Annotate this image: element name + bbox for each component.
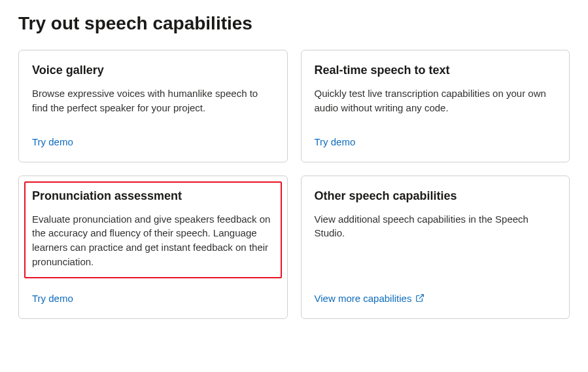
card-desc: Evaluate pronunciation and give speakers… bbox=[32, 212, 274, 269]
card-other-capabilities: Other speech capabilities View additiona… bbox=[301, 176, 570, 319]
page-title: Try out speech capabilities bbox=[18, 13, 570, 34]
card-realtime-stt: Real-time speech to text Quickly test li… bbox=[301, 50, 570, 162]
card-title: Other speech capabilities bbox=[315, 189, 557, 203]
link-label: View more capabilities bbox=[315, 293, 412, 304]
try-demo-link[interactable]: Try demo bbox=[32, 293, 274, 304]
highlight-box: Pronunciation assessment Evaluate pronun… bbox=[24, 181, 282, 278]
card-desc: Browse expressive voices with humanlike … bbox=[32, 86, 274, 115]
card-title: Real-time speech to text bbox=[315, 64, 557, 77]
view-more-link[interactable]: View more capabilities bbox=[315, 293, 557, 304]
try-demo-link[interactable]: Try demo bbox=[32, 136, 274, 147]
card-desc: Quickly test live transcription capabili… bbox=[315, 86, 557, 115]
card-pronunciation-assessment: Pronunciation assessment Evaluate pronun… bbox=[18, 176, 288, 319]
card-voice-gallery: Voice gallery Browse expressive voices w… bbox=[18, 50, 288, 162]
card-title: Pronunciation assessment bbox=[32, 189, 274, 203]
external-link-icon bbox=[415, 293, 424, 303]
card-title: Voice gallery bbox=[32, 64, 274, 77]
try-demo-link[interactable]: Try demo bbox=[315, 136, 557, 147]
card-desc: View additional speech capabilities in t… bbox=[315, 212, 557, 272]
card-grid: Voice gallery Browse expressive voices w… bbox=[18, 50, 570, 319]
